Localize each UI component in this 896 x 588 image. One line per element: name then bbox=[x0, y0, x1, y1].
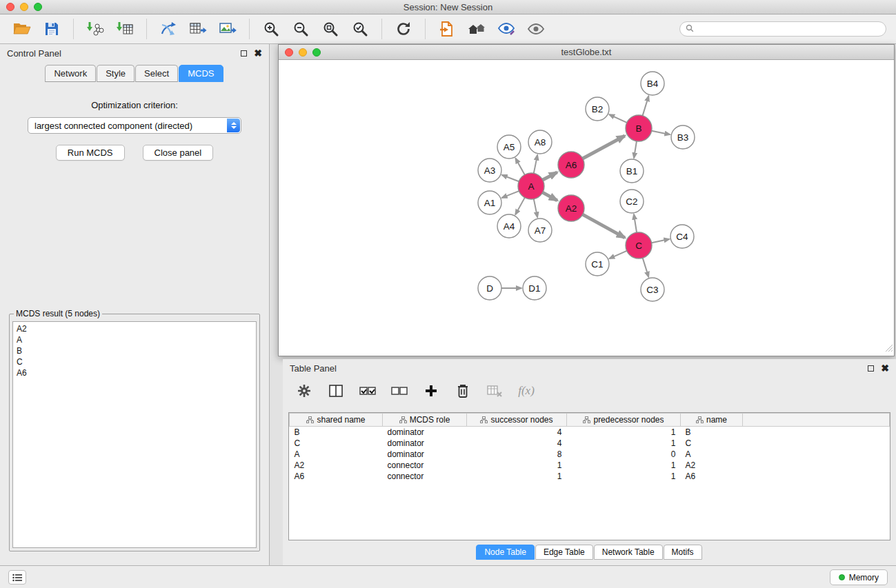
graph-edge-A-A1[interactable] bbox=[502, 191, 519, 198]
export-image-icon[interactable] bbox=[215, 17, 240, 41]
deselect-all-icon[interactable] bbox=[390, 381, 408, 401]
column-header-shared-name[interactable]: shared name bbox=[290, 414, 383, 427]
float-panel-icon[interactable] bbox=[241, 50, 247, 57]
graph-edge-B-B1[interactable] bbox=[634, 141, 637, 158]
node-table[interactable]: shared nameMCDS rolesuccessor nodesprede… bbox=[288, 412, 890, 540]
graph-edge-A-A5[interactable] bbox=[515, 159, 524, 175]
graph-edge-A-A3[interactable] bbox=[502, 175, 519, 181]
columns-icon[interactable] bbox=[327, 381, 345, 401]
network-minimize-icon[interactable] bbox=[299, 48, 307, 57]
function-builder-button[interactable]: f(x) bbox=[517, 381, 535, 401]
float-table-panel-icon[interactable] bbox=[868, 365, 874, 372]
export-table-icon[interactable] bbox=[186, 17, 210, 41]
mcds-result-item[interactable]: A2 bbox=[13, 323, 256, 334]
table-row[interactable]: Adominator80A bbox=[290, 449, 890, 460]
resize-grip-icon[interactable] bbox=[885, 343, 893, 355]
eye-icon[interactable] bbox=[524, 17, 548, 41]
open-file-icon[interactable] bbox=[10, 17, 34, 41]
attribute-icon bbox=[399, 416, 407, 423]
close-panel-button[interactable]: Close panel bbox=[143, 145, 214, 161]
network-canvas[interactable]: AA2A6BCA1A3A4A5A7A8B1B2B3B4C1C2C3C4DD1 bbox=[279, 60, 894, 356]
tab-network[interactable]: Network bbox=[45, 65, 96, 82]
gear-icon[interactable] bbox=[295, 381, 313, 401]
column-header-MCDS-role[interactable]: MCDS role bbox=[383, 414, 467, 427]
network-window-titlebar[interactable]: testGlobe.txt bbox=[279, 45, 894, 60]
network-zoom-icon[interactable] bbox=[312, 48, 321, 57]
import-table-icon[interactable] bbox=[112, 17, 137, 41]
mcds-result-item[interactable]: C bbox=[13, 356, 256, 367]
graph-edge-A2-C[interactable] bbox=[583, 214, 625, 238]
graph-edge-A-A2[interactable] bbox=[543, 192, 557, 201]
export-network-icon[interactable] bbox=[156, 17, 181, 41]
network-graph[interactable]: AA2A6BCA1A3A4A5A7A8B1B2B3B4C1C2C3C4DD1 bbox=[279, 60, 893, 356]
search-input[interactable] bbox=[697, 24, 880, 34]
graph-node-label: B bbox=[635, 123, 641, 134]
column-header-filler bbox=[743, 414, 890, 427]
table-row[interactable]: A6connector11A6 bbox=[290, 471, 890, 482]
table-tab-network-table[interactable]: Network Table bbox=[594, 545, 663, 560]
eye-style-icon[interactable] bbox=[494, 17, 519, 41]
close-window-icon[interactable] bbox=[6, 3, 14, 11]
run-mcds-button[interactable]: Run MCDS bbox=[56, 145, 125, 161]
optimization-criterion-dropdown[interactable]: largest connected component (directed) bbox=[28, 117, 241, 134]
graph-node-label: A8 bbox=[535, 137, 546, 148]
graph-edge-B-B2[interactable] bbox=[609, 114, 627, 123]
task-history-icon[interactable] bbox=[8, 570, 26, 585]
column-header-name[interactable]: name bbox=[681, 414, 743, 427]
graph-edge-C-C3[interactable] bbox=[643, 258, 649, 277]
mcds-result-item[interactable]: B bbox=[13, 345, 256, 356]
close-panel-icon[interactable]: ✖ bbox=[254, 50, 262, 57]
graph-edge-C-C2[interactable] bbox=[634, 214, 637, 232]
mcds-result-item[interactable]: A bbox=[13, 334, 256, 345]
dropdown-stepper-icon[interactable] bbox=[227, 119, 240, 132]
graph-node-label: C bbox=[635, 241, 642, 251]
import-network-icon[interactable] bbox=[83, 17, 108, 41]
column-header-predecessor-nodes[interactable]: predecessor nodes bbox=[567, 414, 681, 427]
memory-status-icon bbox=[839, 574, 845, 580]
zoom-fit-icon[interactable] bbox=[318, 17, 343, 41]
zoom-selected-icon[interactable] bbox=[348, 17, 372, 41]
graph-edge-A-A6[interactable] bbox=[543, 172, 557, 180]
table-row[interactable]: A2connector11A2 bbox=[290, 460, 890, 471]
toolbar-separator bbox=[146, 19, 147, 39]
document-icon[interactable] bbox=[435, 17, 459, 41]
graph-edge-C-C4[interactable] bbox=[652, 239, 670, 243]
tab-style[interactable]: Style bbox=[97, 65, 135, 82]
search-field[interactable] bbox=[679, 21, 886, 37]
select-all-icon[interactable] bbox=[359, 381, 377, 401]
network-close-icon[interactable] bbox=[285, 48, 293, 57]
traffic-lights bbox=[6, 3, 42, 11]
graph-edge-A-A7[interactable] bbox=[534, 199, 537, 218]
refresh-icon[interactable] bbox=[391, 17, 416, 41]
graph-edge-B-B3[interactable] bbox=[652, 131, 670, 134]
table-tab-edge-table[interactable]: Edge Table bbox=[535, 545, 593, 560]
zoom-out-icon[interactable] bbox=[288, 17, 313, 41]
table-tab-node-table[interactable]: Node Table bbox=[476, 545, 535, 560]
table-tab-motifs[interactable]: Motifs bbox=[664, 545, 702, 560]
trash-icon[interactable] bbox=[454, 381, 472, 401]
memory-button[interactable]: Memory bbox=[830, 569, 888, 585]
graph-node-label: B3 bbox=[677, 132, 689, 143]
table-row[interactable]: Cdominator41C bbox=[290, 438, 890, 449]
save-session-icon[interactable] bbox=[39, 17, 64, 41]
column-header-successor-nodes[interactable]: successor nodes bbox=[467, 414, 567, 427]
graph-edge-B-B4[interactable] bbox=[643, 96, 649, 116]
tab-mcds[interactable]: MCDS bbox=[179, 65, 223, 82]
graph-node-label: C1 bbox=[591, 259, 603, 270]
tab-select[interactable]: Select bbox=[135, 65, 178, 82]
mcds-result-item[interactable]: A6 bbox=[13, 367, 256, 378]
delete-table-icon[interactable] bbox=[486, 381, 504, 401]
table-row[interactable]: Bdominator41B bbox=[290, 427, 890, 438]
graph-edge-A6-B[interactable] bbox=[583, 136, 625, 159]
close-table-panel-icon[interactable]: ✖ bbox=[881, 365, 889, 372]
memory-label: Memory bbox=[849, 573, 879, 582]
graph-edge-C-C1[interactable] bbox=[609, 251, 626, 258]
zoom-window-icon[interactable] bbox=[34, 3, 42, 11]
minimize-window-icon[interactable] bbox=[20, 3, 28, 11]
zoom-in-icon[interactable] bbox=[259, 17, 283, 41]
graph-edge-A-A8[interactable] bbox=[534, 155, 537, 174]
add-icon[interactable] bbox=[422, 381, 440, 401]
mcds-result-list[interactable]: A2ABCA6 bbox=[12, 321, 257, 548]
graph-edge-A-A4[interactable] bbox=[515, 198, 525, 215]
home-icon[interactable] bbox=[464, 17, 489, 41]
